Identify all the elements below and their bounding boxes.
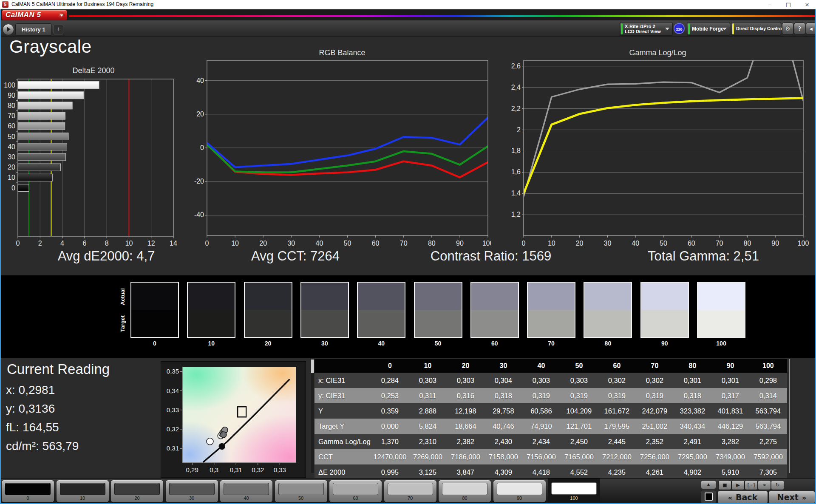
summary-stat-3: Total Gamma: 2,51 (616, 249, 790, 264)
pattern-level-button-90[interactable]: 90 (493, 480, 546, 502)
pattern-up-button[interactable]: ▲ (701, 480, 716, 489)
swatch-target-90 (641, 310, 688, 337)
svg-text:-20: -20 (194, 178, 204, 185)
minimize-button[interactable]: – (761, 0, 779, 9)
svg-text:40: 40 (632, 240, 639, 247)
swatch-label-0: 0 (130, 340, 179, 348)
svg-text:80: 80 (428, 240, 436, 247)
display-control-dropdown[interactable]: Direct Display Control (731, 22, 781, 36)
swatch-label-20: 20 (244, 340, 292, 348)
table-row: x: CIE310,2840,3030,3030,3040,3030,3030,… (314, 373, 787, 388)
deltae-bar-50 (18, 133, 68, 140)
swatch-target-60 (471, 310, 518, 337)
play-button[interactable]: ▶ (731, 480, 745, 490)
next-button[interactable]: Next» (768, 491, 815, 504)
col-header-80: 80 (674, 359, 711, 373)
table-row: ΔE 20000,9953,1253,8474,3094,4184,5524,2… (314, 464, 787, 480)
pattern-color-patch (224, 483, 269, 495)
svg-text:30: 30 (287, 240, 295, 247)
cell: 0,319 (522, 388, 560, 403)
cell: 0,253 (371, 388, 409, 403)
svg-text:80: 80 (744, 240, 751, 247)
cell: 5,824 (409, 419, 447, 434)
svg-text:0,3: 0,3 (210, 466, 218, 473)
row-label: y: CIE31 (314, 388, 371, 403)
swatch-label-90: 90 (640, 340, 689, 348)
collapse-panel-icon[interactable]: ◀ (806, 23, 816, 35)
table-row: CCT12470,0007269,0007186,0007158,0007156… (314, 449, 787, 464)
svg-text:70: 70 (8, 112, 15, 119)
run-workflow-icon[interactable] (3, 24, 14, 35)
target-white-point (238, 407, 246, 417)
cell: 0,301 (674, 373, 711, 388)
svg-text:20: 20 (576, 240, 584, 247)
pattern-window-button[interactable] (701, 490, 716, 504)
pattern-level-label: 50 (275, 496, 327, 501)
tab-history-1[interactable]: History 1 (15, 23, 52, 36)
pattern-level-button-30[interactable]: 30 (166, 480, 218, 502)
logo-menu-caret-icon[interactable] (58, 12, 65, 18)
meter-dropdown[interactable]: X-Rite i1Pro 2 LCD Direct View (620, 22, 673, 36)
pattern-color-patch (333, 483, 378, 495)
close-button[interactable]: × (798, 0, 816, 9)
calman-logo-button[interactable]: CalMAN 5 (2, 10, 67, 20)
source-status-accent (688, 23, 690, 34)
cell: 3,847 (447, 464, 484, 480)
svg-text:0,33: 0,33 (167, 406, 179, 413)
help-icon[interactable]: ? (794, 23, 805, 35)
pattern-level-button-80[interactable]: 80 (439, 480, 491, 502)
cell: 0,000 (371, 419, 409, 434)
cell: 323,382 (674, 403, 711, 419)
pattern-level-button-10[interactable]: 10 (57, 480, 109, 502)
back-button[interactable]: «Back (717, 491, 768, 504)
pattern-level-button-0[interactable]: 0 (2, 480, 54, 502)
table-right-scrollbar[interactable] (789, 359, 790, 473)
back-chevron-icon: « (728, 494, 732, 502)
cell: 7295,000 (674, 449, 711, 464)
cell: 2,491 (674, 434, 711, 449)
cell: 7212,000 (598, 449, 636, 464)
pattern-color-patch (278, 483, 324, 495)
cell: 0,302 (636, 373, 674, 388)
col-header-90: 90 (711, 359, 749, 373)
svg-text:1,2: 1,2 (511, 211, 521, 218)
svg-text:0: 0 (16, 240, 20, 247)
step-button[interactable]: [−] (745, 480, 758, 490)
pattern-level-button-20[interactable]: 20 (111, 480, 163, 502)
cell: 29,758 (484, 403, 522, 419)
svg-text:80: 80 (8, 102, 15, 109)
swatch-actual-50 (415, 283, 462, 310)
pattern-level-label: 20 (111, 496, 163, 501)
pattern-level-button-60[interactable]: 60 (329, 480, 382, 502)
current-reading-y: y: 0,3136 (6, 402, 55, 416)
meter-count-badge[interactable]: 226 (674, 23, 685, 34)
svg-text:2: 2 (38, 240, 42, 247)
swatch-actual-30 (301, 283, 348, 310)
pattern-level-label: 40 (220, 496, 272, 501)
pattern-level-button-40[interactable]: 40 (220, 480, 272, 502)
source-dropdown[interactable]: Mobile Forge (687, 22, 730, 36)
settings-gear-icon[interactable]: ⚙ (782, 23, 793, 35)
pattern-level-button-100[interactable]: 100 (548, 479, 600, 503)
continuous-button[interactable]: ∞ (758, 480, 771, 490)
pattern-color-patch (5, 483, 51, 495)
row-label: CCT (314, 449, 371, 464)
refresh-button[interactable]: ↻ (771, 480, 784, 490)
svg-text:10: 10 (231, 240, 239, 247)
meter-mode: LCD Direct View (625, 29, 661, 34)
svg-text:4: 4 (60, 240, 64, 247)
pattern-level-button-70[interactable]: 70 (384, 480, 436, 502)
svg-text:0,35: 0,35 (167, 368, 179, 375)
stop-button[interactable]: ■ (718, 480, 731, 490)
pattern-level-button-50[interactable]: 50 (275, 480, 327, 502)
cie-chart: 0,350,340,330,320,310,290,30,310,320,33 (161, 361, 306, 478)
col-header-100: 100 (749, 359, 787, 373)
add-tab-button[interactable]: + (54, 25, 63, 34)
swatch-actual-70 (528, 283, 575, 310)
current-reading-title: Current Reading (7, 361, 110, 377)
table-scrollbar-track[interactable] (311, 359, 314, 473)
table-scrollbar-thumb[interactable] (311, 360, 314, 373)
cell: 563,794 (749, 419, 787, 434)
swatch-actual-100 (698, 283, 745, 310)
maximize-button[interactable]: □ (779, 0, 797, 9)
